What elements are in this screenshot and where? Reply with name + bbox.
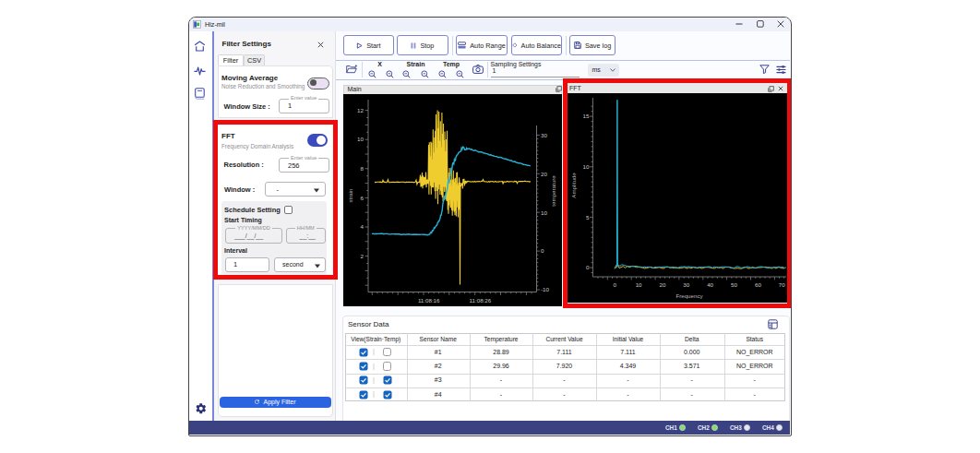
svg-text:10: 10 [541, 209, 547, 215]
svg-text:4: 4 [360, 223, 364, 230]
svg-text:-10: -10 [541, 286, 550, 292]
svg-text:30: 30 [541, 131, 547, 137]
svg-text:strain: strain [347, 187, 353, 202]
svg-text:12: 12 [357, 106, 364, 113]
svg-text:temperature: temperature [550, 174, 556, 206]
svg-text:6: 6 [360, 194, 364, 200]
svg-text:8: 8 [360, 165, 364, 172]
svg-text:11:08:26: 11:08:26 [469, 297, 491, 304]
svg-text:11:08:16: 11:08:16 [417, 297, 439, 304]
svg-text:20: 20 [541, 170, 547, 176]
svg-text:2: 2 [360, 252, 364, 258]
svg-text:10: 10 [357, 136, 364, 142]
svg-text:0: 0 [541, 247, 544, 254]
